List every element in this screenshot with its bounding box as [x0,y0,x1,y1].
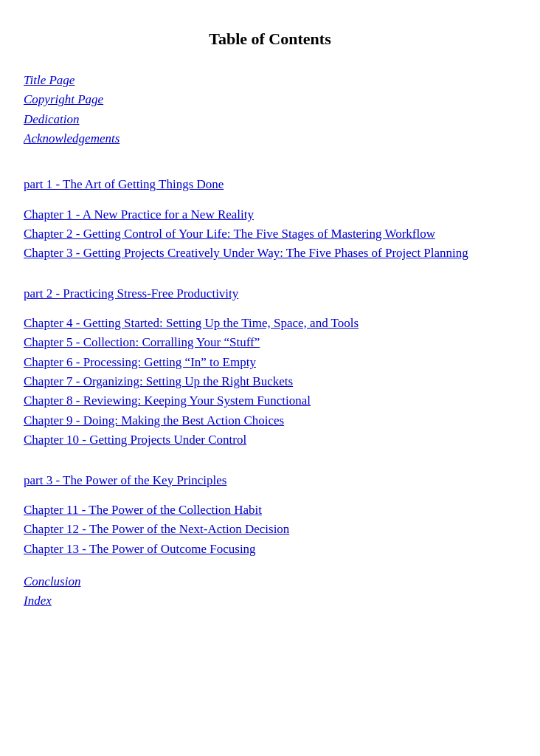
frontmatter-section: Title Page Copyright Page Dedication Ack… [24,71,516,148]
link-chapter-4[interactable]: Chapter 4 - Getting Started: Setting Up … [24,314,516,333]
link-part-2[interactable]: part 2 - Practicing Stress-Free Producti… [24,284,516,303]
link-chapter-3[interactable]: Chapter 3 - Getting Projects Creatively … [24,244,516,263]
link-dedication[interactable]: Dedication [24,110,516,129]
part-1-section: part 1 - The Art of Getting Things Done … [24,175,516,263]
part-2-section: part 2 - Practicing Stress-Free Producti… [24,284,516,450]
link-chapter-10[interactable]: Chapter 10 - Getting Projects Under Cont… [24,430,516,450]
link-index[interactable]: Index [24,591,516,611]
link-title-page[interactable]: Title Page [24,71,516,90]
link-chapter-11[interactable]: Chapter 11 - The Power of the Collection… [24,501,516,520]
link-chapter-12[interactable]: Chapter 12 - The Power of the Next-Actio… [24,520,516,539]
link-chapter-2[interactable]: Chapter 2 - Getting Control of Your Life… [24,224,516,244]
link-chapter-1[interactable]: Chapter 1 - A New Practice for a New Rea… [24,205,516,224]
link-acknowledgements[interactable]: Acknowledgements [24,129,516,148]
part-3-section: part 3 - The Power of the Key Principles… [24,471,516,559]
link-chapter-13[interactable]: Chapter 13 - The Power of Outcome Focusi… [24,540,516,559]
link-chapter-9[interactable]: Chapter 9 - Doing: Making the Best Actio… [24,411,516,430]
page-title: Table of Contents [24,30,516,49]
link-chapter-7[interactable]: Chapter 7 - Organizing: Setting Up the R… [24,372,516,391]
backmatter-section: Conclusion Index [24,572,516,611]
link-part-3[interactable]: part 3 - The Power of the Key Principles [24,471,516,490]
link-chapter-8[interactable]: Chapter 8 - Reviewing: Keeping Your Syst… [24,391,516,410]
link-conclusion[interactable]: Conclusion [24,572,516,591]
link-copyright-page[interactable]: Copyright Page [24,90,516,109]
link-chapter-6[interactable]: Chapter 6 - Processing: Getting “In” to … [24,353,516,372]
link-chapter-5[interactable]: Chapter 5 - Collection: Corralling Your … [24,333,516,352]
link-part-1[interactable]: part 1 - The Art of Getting Things Done [24,175,516,194]
